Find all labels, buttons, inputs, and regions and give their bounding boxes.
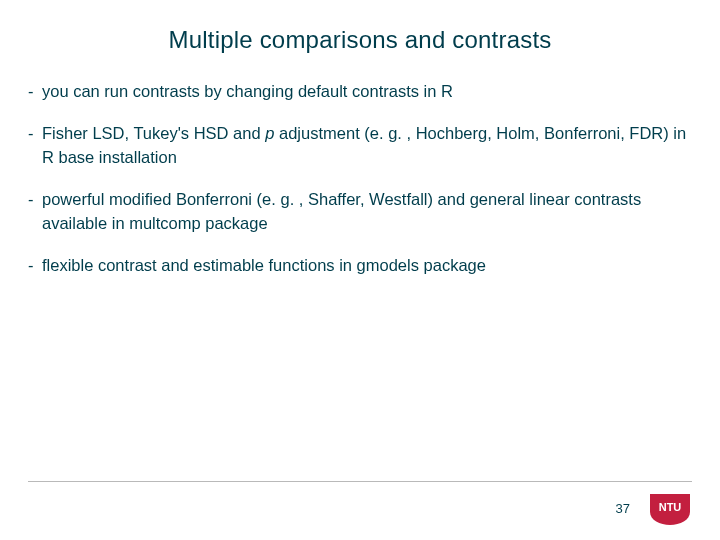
bullet-text: powerful modified Bonferroni (e. g. , Sh… <box>42 188 690 236</box>
bullet-list: - you can run contrasts by changing defa… <box>28 80 692 278</box>
list-item: - powerful modified Bonferroni (e. g. , … <box>30 188 690 236</box>
bullet-text: you can run contrasts by changing defaul… <box>42 80 690 104</box>
ntu-logo: NTU <box>648 492 692 526</box>
bullet-dash: - <box>28 80 42 104</box>
page-number: 37 <box>616 501 630 516</box>
list-item: - Fisher LSD, Tukey's HSD and p adjustme… <box>30 122 690 170</box>
bullet-text: Fisher LSD, Tukey's HSD and p adjustment… <box>42 122 690 170</box>
shield-icon: NTU <box>648 492 692 526</box>
list-item: - flexible contrast and estimable functi… <box>30 254 690 278</box>
logo-text: NTU <box>659 501 682 513</box>
bullet-text: flexible contrast and estimable function… <box>42 254 690 278</box>
bullet-dash: - <box>28 254 42 278</box>
slide: Multiple comparisons and contrasts - you… <box>0 0 720 540</box>
footer-divider <box>28 481 692 482</box>
bullet-dash: - <box>28 122 42 146</box>
bullet-dash: - <box>28 188 42 212</box>
slide-title: Multiple comparisons and contrasts <box>28 26 692 54</box>
list-item: - you can run contrasts by changing defa… <box>30 80 690 104</box>
